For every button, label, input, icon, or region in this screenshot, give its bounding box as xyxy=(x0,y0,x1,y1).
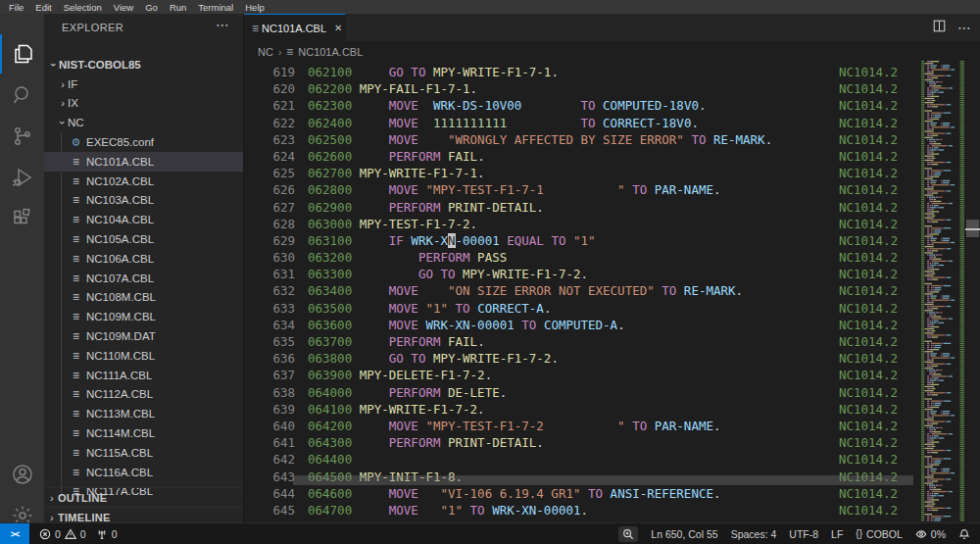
vertical-scrollbar[interactable] xyxy=(965,61,980,522)
code-line-635[interactable]: 635063700 PERFORM FAIL. NC1014.2 xyxy=(244,333,920,350)
close-icon[interactable]: ✕ xyxy=(334,23,342,33)
tree-item-nc112a-cbl[interactable]: ≡NC112A.CBL xyxy=(44,385,243,405)
tree-item-nc105a-cbl[interactable]: ≡NC105A.CBL xyxy=(44,229,243,249)
menu-item-selection[interactable]: Selection xyxy=(58,2,108,13)
tree-item-exec85-conf[interactable]: ⚙EXEC85.conf xyxy=(44,132,243,152)
code-text: 064000 PERFORM DE-LETE. NC1014.2 xyxy=(308,384,898,401)
code-line-638[interactable]: 638064000 PERFORM DE-LETE. NC1014.2 xyxy=(244,384,920,401)
menu-item-help[interactable]: Help xyxy=(239,2,270,13)
code-line-629[interactable]: 629063100 IF WRK-XN-00001 EQUAL TO "1" N… xyxy=(244,232,920,249)
tree-item-nc110m-cbl[interactable]: ≡NC110M.CBL xyxy=(44,346,243,366)
menu-item-run[interactable]: Run xyxy=(164,2,192,13)
file-icon: ≡ xyxy=(286,45,293,59)
tree-item-nc107a-cbl[interactable]: ≡NC107A.CBL xyxy=(44,269,243,288)
indentation-indicator[interactable]: Spaces: 4 xyxy=(731,528,777,540)
breadcrumb: NC › ≡ NC101A.CBL xyxy=(258,41,363,63)
eol-indicator[interactable]: LF xyxy=(831,528,843,540)
code-line-637[interactable]: 637063900 MPY-DELETE-F1-7-2. NC1014.2 xyxy=(244,367,920,383)
menu-item-go[interactable]: Go xyxy=(139,2,164,13)
run-debug-icon[interactable] xyxy=(0,158,44,197)
search-icon[interactable] xyxy=(0,75,44,115)
line-number: 642 xyxy=(244,451,295,468)
code-line-636[interactable]: 636063800 GO TO MPY-WRITE-F1-7-2. NC1014… xyxy=(244,350,920,367)
sidebar-section-outline[interactable]: › OUTLINE xyxy=(44,487,243,507)
margin-percent-indicator[interactable]: 0% xyxy=(915,528,946,540)
code-line-639[interactable]: 639064100 MPY-WRITE-F1-7-2. NC1014.2 xyxy=(244,401,920,418)
tree-item-nc103a-cbl[interactable]: ≡NC103A.CBL xyxy=(44,191,243,211)
code-line-630[interactable]: 630063200 PERFORM PASS NC1014.2 xyxy=(244,249,920,266)
sidebar-section-timeline[interactable]: › TIMELINE xyxy=(44,507,243,522)
menu-item-terminal[interactable]: Terminal xyxy=(192,2,239,13)
tree-item-nc114m-cbl[interactable]: ≡NC114M.CBL xyxy=(44,423,243,443)
tree-item-nc109m-dat[interactable]: ≡NC109M.DAT xyxy=(44,326,243,346)
code-line-632[interactable]: 632063400 MOVE "ON SIZE ERROR NOT EXECUT… xyxy=(244,282,920,299)
code-line-645[interactable]: 645064700 MOVE "1" TO WRK-XN-00001. NC10… xyxy=(244,502,920,519)
code-line-634[interactable]: 634063600 MOVE WRK-XN-00001 TO COMPUTED-… xyxy=(244,317,920,333)
code-line-621[interactable]: 621062300 MOVE WRK-DS-10V00 TO COMPUTED-… xyxy=(244,97,920,114)
code-line-644[interactable]: 644064600 MOVE "VI-106 6.19.4 GR1" TO AN… xyxy=(244,485,920,502)
extensions-icon[interactable] xyxy=(0,199,44,238)
horizontal-scrollbar[interactable] xyxy=(293,475,913,485)
tree-item-nc104a-cbl[interactable]: ≡NC104A.CBL xyxy=(44,210,243,229)
code-line-623[interactable]: 623062500 MOVE "WRONGLY AFFECTED BY SIZE… xyxy=(244,131,920,148)
tree-item-nc116a-cbl[interactable]: ≡NC116A.CBL xyxy=(44,463,243,482)
code-line-620[interactable]: 620062200 MPY-FAIL-F1-7-1. NC1014.2 xyxy=(244,80,920,97)
tree-item-nc113m-cbl[interactable]: ≡NC113M.CBL xyxy=(44,404,243,423)
tree-item-nc101a-cbl[interactable]: ≡NC101A.CBL xyxy=(44,152,243,172)
minimap[interactable] xyxy=(920,61,965,522)
code-line-641[interactable]: 641064300 PERFORM PRINT-DETAIL. NC1014.2 xyxy=(244,434,920,451)
account-icon[interactable] xyxy=(0,455,44,494)
menu-item-file[interactable]: File xyxy=(3,2,29,13)
tree-item-nc102a-cbl[interactable]: ≡NC102A.CBL xyxy=(44,172,243,191)
code-line-627[interactable]: 627062900 PERFORM PRINT-DETAIL. NC1014.2 xyxy=(244,199,920,216)
code-text: 062700 MPY-WRITE-F1-7-1. NC1014.2 xyxy=(308,165,898,181)
code-line-628[interactable]: 628063000 MPY-TEST-F1-7-2. NC1014.2 xyxy=(244,216,920,232)
tree-item-nc106a-cbl[interactable]: ≡NC106A.CBL xyxy=(44,249,243,269)
tree-item-nc109m-cbl[interactable]: ≡NC109M.CBL xyxy=(44,307,243,326)
code-line-619[interactable]: 619062100 GO TO MPY-WRITE-F1-7-1. NC1014… xyxy=(244,64,920,80)
tree-item-nist-cobol85[interactable]: ›NIST-COBOL85 xyxy=(44,55,243,74)
split-editor-icon[interactable] xyxy=(933,19,946,36)
remote-indicator[interactable]: >< xyxy=(0,523,29,544)
tree-item-nc[interactable]: ›NC xyxy=(44,113,243,132)
file-icon: ≡ xyxy=(70,426,82,440)
chevron-right-icon: › xyxy=(50,512,54,523)
zoom-icon[interactable] xyxy=(618,526,638,542)
code-text: 062200 MPY-FAIL-F1-7-1. NC1014.2 xyxy=(308,80,898,97)
code-area[interactable]: 619062100 GO TO MPY-WRITE-F1-7-1. NC1014… xyxy=(244,64,920,536)
menu-item-view[interactable]: View xyxy=(108,2,139,13)
tree-item-ix[interactable]: ›IX xyxy=(44,94,243,114)
bell-icon[interactable] xyxy=(958,528,970,540)
tab-nc101a[interactable]: ≡ NC101A.CBL ✕ xyxy=(244,14,346,41)
code-line-640[interactable]: 640064200 MOVE "MPY-TEST-F1-7-2 " TO PAR… xyxy=(244,418,920,434)
code-line-631[interactable]: 631063300 GO TO MPY-WRITE-F1-7-2. NC1014… xyxy=(244,266,920,282)
line-number: 625 xyxy=(244,165,295,181)
code-line-625[interactable]: 625062700 MPY-WRITE-F1-7-1. NC1014.2 xyxy=(244,165,920,181)
section-label: TIMELINE xyxy=(58,512,111,523)
radio-tower-icon xyxy=(96,528,108,540)
explorer-icon[interactable] xyxy=(0,34,44,74)
file-icon: ≡ xyxy=(70,252,82,266)
ports-status[interactable]: 0 xyxy=(96,528,118,540)
tree-item-if[interactable]: ›IF xyxy=(44,74,243,94)
encoding-indicator[interactable]: UTF-8 xyxy=(789,528,818,540)
code-line-624[interactable]: 624062600 PERFORM FAIL. NC1014.2 xyxy=(244,148,920,165)
code-line-642[interactable]: 642064400 NC1014.2 xyxy=(244,451,920,468)
line-col-indicator[interactable]: Ln 650, Col 55 xyxy=(651,528,717,540)
tree-item-nc115a-cbl[interactable]: ≡NC115A.CBL xyxy=(44,443,243,463)
tree-item-label: NC101A.CBL xyxy=(86,156,154,168)
language-indicator[interactable]: {} COBOL xyxy=(856,528,902,540)
code-line-626[interactable]: 626062800 MOVE "MPY-TEST-F1-7-1 " TO PAR… xyxy=(244,181,920,198)
tree-item-nc108m-cbl[interactable]: ≡NC108M.CBL xyxy=(44,288,243,308)
code-line-633[interactable]: 633063500 MOVE "1" TO CORRECT-A. NC1014.… xyxy=(244,300,920,317)
tree-item-label: NC113M.CBL xyxy=(86,408,155,420)
breadcrumb-file[interactable]: NC101A.CBL xyxy=(298,46,363,58)
breadcrumb-folder[interactable]: NC xyxy=(258,46,273,58)
menu-item-edit[interactable]: Edit xyxy=(29,2,57,13)
tree-item-nc111a-cbl[interactable]: ≡NC111A.CBL xyxy=(44,366,243,385)
more-actions-icon[interactable]: ⋯ xyxy=(216,17,229,32)
source-control-icon[interactable] xyxy=(0,117,44,156)
code-line-622[interactable]: 622062400 MOVE 1111111111 TO CORRECT-18V… xyxy=(244,115,920,131)
problems-status[interactable]: 0 0 xyxy=(39,528,86,540)
more-actions-icon[interactable]: ⋯ xyxy=(957,23,971,32)
